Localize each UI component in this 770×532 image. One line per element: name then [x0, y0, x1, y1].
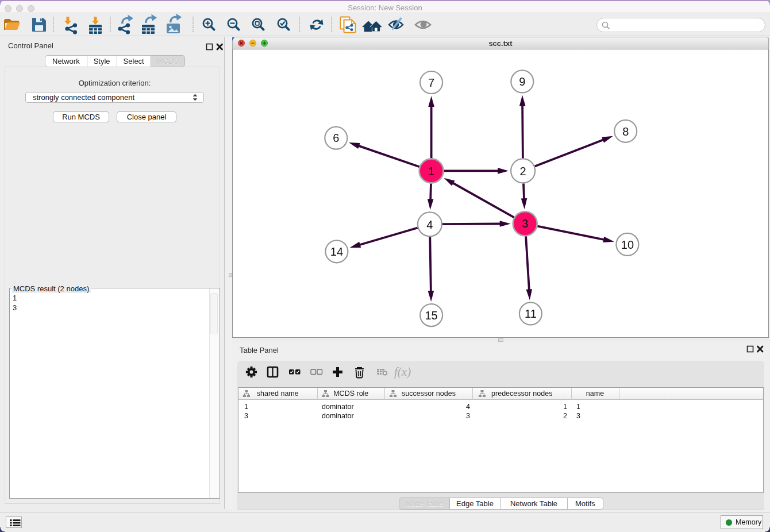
- svg-text:8: 8: [622, 125, 629, 138]
- svg-text:6: 6: [333, 132, 339, 144]
- svg-text:11: 11: [525, 307, 537, 320]
- svg-text:7: 7: [428, 76, 434, 89]
- svg-text:10: 10: [621, 238, 634, 251]
- svg-text:9: 9: [519, 75, 525, 88]
- svg-text:3: 3: [522, 217, 528, 230]
- svg-text:1: 1: [428, 165, 434, 178]
- svg-text:4: 4: [426, 218, 433, 231]
- svg-text:15: 15: [425, 309, 437, 322]
- svg-text:2: 2: [520, 165, 526, 178]
- svg-text:14: 14: [330, 245, 343, 258]
